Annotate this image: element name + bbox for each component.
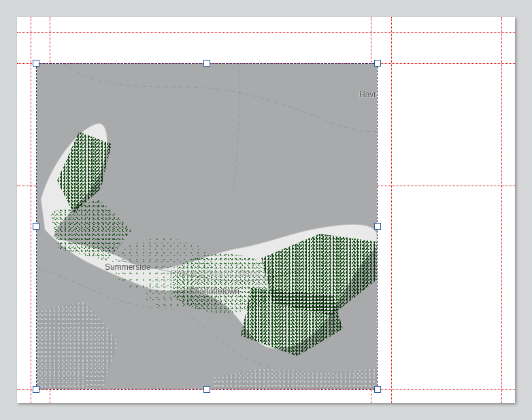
handle-bottom-right[interactable]: [374, 386, 381, 393]
mainland-patch: [37, 373, 84, 389]
handle-top-middle[interactable]: [203, 60, 210, 67]
guide-vertical: [31, 17, 31, 403]
handle-bottom-middle[interactable]: [203, 386, 210, 393]
guide-horizontal: [17, 389, 515, 390]
guide-vertical: [391, 17, 392, 403]
label-region: Prince Edward Island: [170, 268, 261, 278]
handle-bottom-left[interactable]: [33, 386, 39, 393]
guide-vertical: [501, 17, 502, 403]
page-canvas: Summerside Charlottetown Prince Edward I…: [17, 17, 515, 403]
handle-top-left[interactable]: [33, 60, 39, 67]
label-havre: Havre: [359, 90, 378, 99]
map-frame[interactable]: Summerside Charlottetown Prince Edward I…: [36, 63, 378, 389]
label-summerside: Summerside: [105, 262, 150, 272]
handle-middle-right[interactable]: [374, 223, 381, 230]
handle-top-right[interactable]: [374, 60, 381, 67]
handle-middle-left[interactable]: [33, 223, 39, 230]
label-charlottetown: Charlottetown: [189, 287, 239, 296]
guide-horizontal: [17, 32, 515, 33]
